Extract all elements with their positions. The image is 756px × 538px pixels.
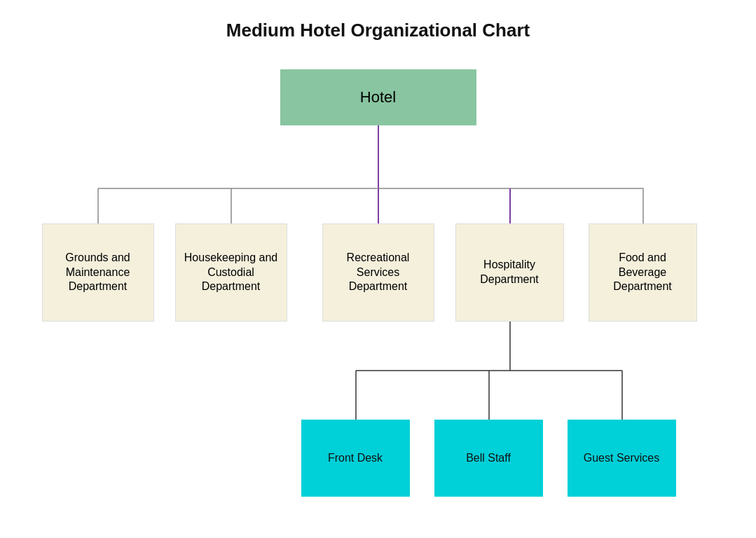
housekeeping-label: Housekeeping and Custodial Department: [183, 251, 280, 294]
housekeeping-node: Housekeeping and Custodial Department: [175, 223, 287, 322]
food-label: Food and Beverage Department: [596, 251, 689, 294]
frontdesk-label: Front Desk: [328, 451, 383, 466]
bellstaff-label: Bell Staff: [466, 451, 511, 466]
guestservices-label: Guest Services: [584, 451, 659, 466]
grounds-node: Grounds and Maintenance Department: [42, 223, 154, 322]
hotel-node: Hotel: [280, 69, 476, 125]
recreational-label: Recreational Services Department: [330, 251, 427, 294]
hospitality-node: Hospitality Department: [455, 223, 564, 322]
bellstaff-node: Bell Staff: [434, 420, 543, 497]
page-title: Medium Hotel Organizational Chart: [226, 20, 530, 41]
food-node: Food and Beverage Department: [589, 223, 697, 322]
guestservices-node: Guest Services: [568, 420, 676, 497]
hotel-label: Hotel: [360, 88, 396, 108]
recreational-node: Recreational Services Department: [322, 223, 434, 322]
hospitality-label: Hospitality Department: [463, 258, 556, 287]
org-chart: Hotel Grounds and Maintenance Department…: [28, 55, 729, 518]
frontdesk-node: Front Desk: [301, 420, 410, 497]
grounds-label: Grounds and Maintenance Department: [50, 251, 146, 294]
